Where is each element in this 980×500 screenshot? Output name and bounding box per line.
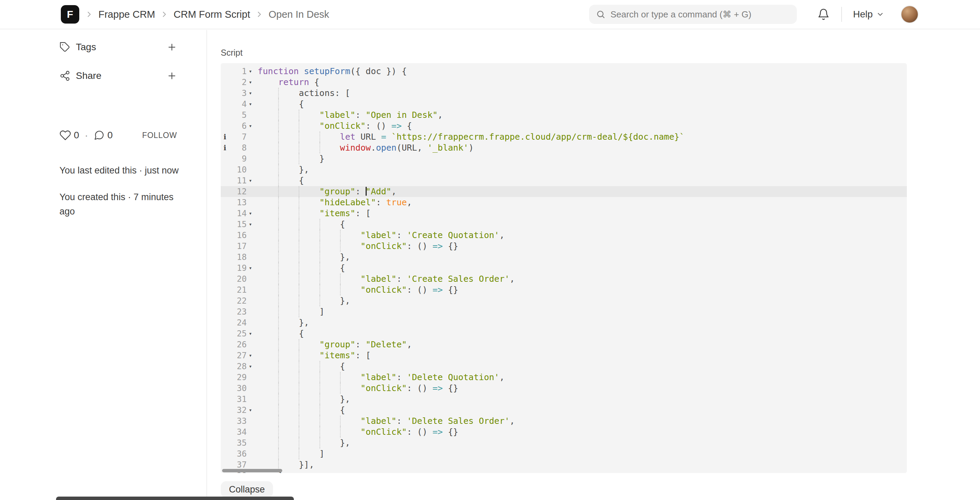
code-line: 34 "onClick": () => {} [221,427,907,438]
user-avatar[interactable] [901,5,918,23]
help-menu[interactable]: Help [853,9,885,20]
breadcrumb-item-frappe-crm[interactable]: Frappe CRM [94,9,160,20]
code-text: let URL = `https://frappecrm.frappe.clou… [258,132,684,143]
line-number: 32 [230,405,247,416]
line-number: 23 [230,306,247,317]
code-text: "label": 'Delete Sales Order', [258,416,515,427]
code-text: }, [258,394,350,405]
fold-marker-icon[interactable]: ▾ [249,175,252,186]
document-stats-row: 0 · 0 FOLLOW [59,128,177,143]
chevron-right-icon [85,10,94,19]
line-number: 14 [230,208,247,219]
line-number: 12 [230,186,247,197]
like-button[interactable] [59,129,71,141]
code-line: 35 }, [221,438,907,448]
code-text: actions: [ [258,88,350,99]
code-text: "items": [ [258,208,371,219]
fold-marker-icon[interactable]: ▾ [249,350,252,361]
line-number: 17 [230,241,247,252]
line-number: 20 [230,273,247,284]
plus-icon [167,71,177,81]
breadcrumb-item-crm-form-script[interactable]: CRM Form Script [169,9,255,20]
frappe-logo[interactable]: F [61,5,79,24]
app-window: F Frappe CRM CRM Form Script Open In Des… [0,0,980,500]
code-line: 28▾ { [221,361,907,372]
share-label: Share [76,70,102,81]
code-text: { [258,328,304,339]
chevron-right-icon [255,10,264,19]
plus-icon [167,42,177,52]
code-lines: 1▾function setupForm({ doc }) {2▾ return… [221,66,907,473]
code-text: "label": 'Delete Quotation', [258,372,505,383]
code-line: 31 }, [221,394,907,405]
line-number: 3 [230,88,247,99]
code-line: 2▾ return { [221,77,907,88]
fold-marker-icon[interactable]: ▾ [249,328,252,339]
fold-marker-icon[interactable]: ▾ [249,121,252,132]
likes-count: 0 [74,130,79,141]
fold-marker-icon[interactable]: ▾ [249,405,252,416]
code-text: "label": 'Create Quotation', [258,230,505,241]
code-text: "label": "Open in Desk", [258,110,443,121]
line-number: 1 [230,66,247,77]
code-text: { [258,219,345,230]
code-text: return { [258,77,320,88]
info-annotation-icon: ℹ [223,132,226,143]
text-cursor [366,187,367,196]
add-share-button[interactable] [167,71,177,81]
line-number: 9 [230,153,247,164]
fold-marker-icon[interactable]: ▾ [249,361,252,372]
code-line: 13 "hideLabel": true, [221,197,907,208]
global-search[interactable] [589,5,797,24]
code-line: 11▾ { [221,175,907,186]
created-text: You created this · 7 minutes ago [59,190,181,219]
editor-horizontal-scrollbar[interactable] [222,469,282,472]
fold-marker-icon[interactable]: ▾ [249,99,252,110]
comments-button[interactable] [94,130,105,141]
line-number: 28 [230,361,247,372]
code-text: { [258,263,345,273]
code-text: "hideLabel": true, [258,197,412,208]
code-text: "onClick": () => {} [258,383,458,394]
tags-row: Tags [59,39,177,56]
code-line: 32▾ { [221,405,907,416]
fold-marker-icon[interactable]: ▾ [249,263,252,273]
notifications-button[interactable] [817,8,830,21]
code-line: 30 "onClick": () => {} [221,383,907,394]
code-line: 15▾ { [221,219,907,230]
code-line: 5 "label": "Open in Desk", [221,110,907,121]
collapse-button[interactable]: Collapse [221,481,273,498]
line-number: 16 [230,230,247,241]
code-editor[interactable]: 1▾function setupForm({ doc }) {2▾ return… [221,63,907,473]
line-number: 36 [230,448,247,459]
heart-icon [59,129,71,141]
tag-icon [59,42,70,52]
breadcrumb-item-open-in-desk[interactable]: Open In Desk [264,9,334,20]
follow-button[interactable]: FOLLOW [142,131,177,140]
line-number: 11 [230,175,247,186]
fold-marker-icon[interactable]: ▾ [249,219,252,230]
search-input[interactable] [610,9,790,20]
code-text: "items": [ [258,350,371,361]
code-text: ] [258,306,325,317]
script-field-label: Script [221,48,980,58]
code-line: 38 } [221,470,907,473]
code-text: { [258,99,304,110]
code-line: 3▾ actions: [ [221,88,907,99]
add-tag-button[interactable] [167,42,177,52]
fold-marker-icon[interactable]: ▾ [249,77,252,88]
fold-marker-icon[interactable]: ▾ [249,88,252,99]
line-number: 4 [230,99,247,110]
code-line: 21 "onClick": () => {} [221,284,907,295]
line-number: 13 [230,197,247,208]
fold-marker-icon[interactable]: ▾ [249,66,252,77]
code-line: 22 }, [221,295,907,306]
line-number: 8 [230,143,247,153]
line-number: 6 [230,121,247,132]
fold-marker-icon[interactable]: ▾ [249,208,252,219]
code-line: 37 }], [221,459,907,470]
code-line: 24 }, [221,317,907,328]
left-sidebar: Tags Share [0,30,207,500]
code-line: 9 } [221,153,907,164]
code-text: "onClick": () => {} [258,284,458,295]
